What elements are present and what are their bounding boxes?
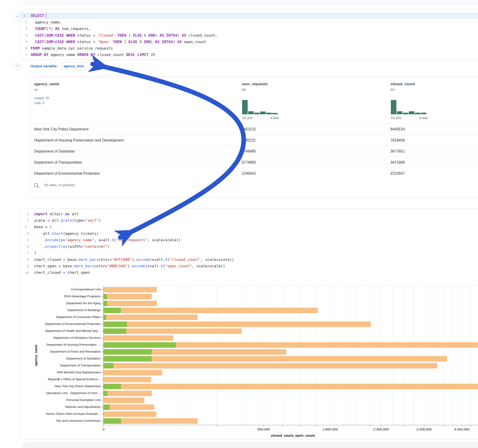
gridline [184, 286, 184, 425]
y-axis-tick [101, 296, 103, 297]
histogram-bar [391, 100, 396, 114]
y-axis-label: Department for the Aging [66, 301, 101, 305]
x-axis-tick-label: 0 [90, 427, 117, 431]
text-cursor [46, 13, 46, 18]
code-line: 6FROM sample_data.nyc.service_requests [20, 45, 478, 51]
code-line: 5 .encode(y="agency_name", x=alt.X("num_… [20, 237, 478, 243]
chart-bar-closed[interactable] [104, 315, 198, 320]
histogram-min-label: 53,304 [242, 116, 252, 120]
chart-bar-open[interactable] [104, 356, 151, 361]
gridline [217, 286, 217, 425]
chart-bar-closed[interactable] [104, 356, 447, 361]
line-number: 6 [20, 245, 29, 249]
chart-bar-open[interactable] [104, 308, 121, 313]
chart-bar-closed[interactable] [104, 294, 152, 299]
y-axis-label: Senior Citizen Rent Increase Exempti… [46, 412, 101, 416]
y-axis-tick [101, 289, 103, 290]
chart-bar-closed[interactable] [104, 398, 144, 403]
chart-bar-closed[interactable] [104, 308, 318, 313]
table-row[interactable]: Department of Sanitation37494853677651 [31, 146, 478, 157]
chart-bar-open[interactable] [104, 391, 107, 396]
table-cell: 3774892 [242, 157, 256, 168]
table-cell: Department of Housing Preservation and D… [34, 135, 124, 146]
column-stat-nulls: nulls: 0 [34, 101, 44, 105]
chart-bar-closed[interactable] [104, 404, 154, 410]
collapse-chevron-icon[interactable]: ⌄ [26, 15, 27, 18]
x-axis-tick [381, 425, 381, 426]
column-name: closed_count [390, 82, 415, 86]
output-variable-value: agency_tickets [64, 64, 84, 68]
code-line: 2 agency_name, [20, 19, 478, 25]
gridline [315, 286, 316, 425]
chart-bar-closed[interactable] [104, 391, 152, 396]
gridline [424, 286, 424, 425]
y-axis-tick [101, 352, 103, 352]
chart-bar-open[interactable] [104, 294, 107, 299]
gridline [453, 286, 453, 425]
gridline [283, 286, 283, 425]
y-axis-tick [101, 407, 103, 407]
chart-bar-closed[interactable] [104, 301, 157, 306]
sql-code-lines: 1⌄SELECT2 agency_name,3 COUNT(*) AS num_… [20, 12, 478, 58]
histogram-bar [242, 100, 248, 114]
code-line: 5 CAST(SUM(CASE WHEN status = 'Open' THE… [20, 38, 478, 45]
y-axis-label: Department of Transportation [60, 363, 101, 367]
chart-bar-closed[interactable] [104, 322, 371, 327]
table-cell: Department of Sanitation [34, 146, 75, 157]
x-axis-tick [414, 425, 414, 426]
chart-bar-closed[interactable] [104, 384, 478, 389]
gridline [462, 286, 462, 425]
chart-bar-open[interactable] [104, 342, 176, 348]
sql-code-cell[interactable]: 1⌄SELECT2 agency_name,3 COUNT(*) AS num_… [20, 9, 478, 60]
chart-bar-open[interactable] [104, 322, 127, 327]
histogram-bar [403, 113, 408, 114]
chart-bar-closed[interactable] [104, 335, 173, 341]
table-cell: 3749485 [242, 146, 256, 157]
y-axis-tick [101, 421, 103, 421]
chart-bar-open[interactable] [104, 384, 121, 389]
add-cell-button[interactable]: + [14, 62, 21, 70]
collapse-chevron-icon[interactable]: ⌄ [27, 226, 29, 229]
chart-bar-open[interactable] [104, 315, 106, 320]
chart-bar-open[interactable] [104, 328, 126, 334]
histogram-max-label: 9.5e6 [270, 116, 279, 120]
table-cell: 9443533 [390, 124, 405, 135]
chart-bar-open[interactable] [104, 418, 121, 424]
y-axis-label: Taxi and Limousine Commission [56, 419, 101, 423]
chart-bar-open[interactable] [104, 404, 110, 410]
x-axis-tick [443, 425, 444, 426]
code-line: 4 alt.Chart(agency_tickets) [20, 230, 478, 237]
output-variable-pill[interactable]: agency_tickets [61, 62, 87, 70]
chart-bar-closed[interactable] [104, 287, 157, 292]
x-axis-tick-label: 3,200,000 [410, 427, 438, 431]
y-axis-label: Department of Consumer Affairs [56, 315, 101, 319]
chart-bar-closed[interactable] [104, 370, 162, 375]
y-axis-tick [101, 400, 103, 400]
chart-bar-open[interactable] [104, 349, 152, 355]
histogram-min-label: 53,304 [391, 116, 401, 120]
chart-bar-closed[interactable] [104, 363, 437, 368]
gridline [414, 286, 414, 425]
table-row[interactable]: Department of Environmental Protection22… [31, 168, 478, 179]
table-row[interactable]: Department of Transportation377489234719… [31, 157, 478, 168]
search-icon[interactable] [34, 183, 38, 187]
chart-bar-closed[interactable] [104, 411, 156, 417]
y-axis-tick [101, 345, 103, 345]
code-line: 8chart_closed = base.mark_bar(color="#FF… [20, 256, 478, 263]
table-row[interactable]: New York City Police Department945313194… [31, 124, 478, 135]
chart-x-axis-title: closed_count, open_count [104, 434, 478, 437]
chart-bar-open[interactable] [104, 363, 113, 368]
y-axis-label: HRA Benefit Card Replacement [57, 370, 101, 374]
chart-bar-closed[interactable] [104, 377, 151, 382]
code-line: 3 COUNT(*) AS num_requests, [20, 25, 478, 32]
column-name: agency_name [34, 82, 59, 86]
y-axis-label: Department of Homeless Services [53, 336, 101, 340]
x-axis-tick [183, 425, 184, 426]
next-cell-edge [23, 442, 478, 448]
histogram-bar [421, 113, 426, 114]
gridline [403, 286, 403, 425]
dataframe-preview: agency_name str unique: 20 nulls: 0 num_… [31, 77, 478, 198]
table-row[interactable]: Department of Housing Preservation and D… [31, 135, 478, 146]
line-number: 2 [20, 218, 29, 222]
chart-bar-open[interactable] [104, 301, 107, 306]
